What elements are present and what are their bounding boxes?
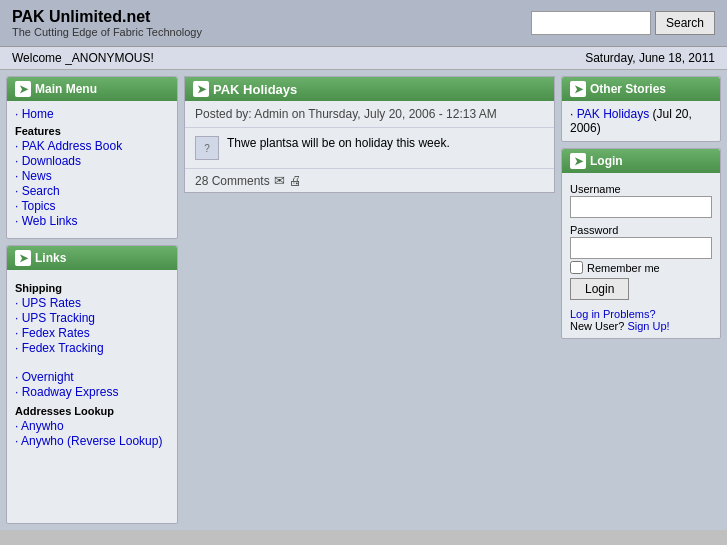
remember-label: Remember me [587, 262, 660, 274]
main-menu-title: Main Menu [35, 82, 97, 96]
article-body: ? Thwe plantsa will be on holiday this w… [185, 128, 554, 168]
date-text: Saturday, June 18, 2011 [585, 51, 715, 65]
left-sidebar: ➤ Main Menu Home Features PAK Address Bo… [6, 76, 178, 524]
main-menu-body: Home Features PAK Address Book Downloads… [7, 101, 177, 238]
remember-checkbox[interactable] [570, 261, 583, 274]
login-header: ➤ Login [562, 149, 720, 173]
login-title: Login [590, 154, 623, 168]
login-links: Log in Problems? New User? Sign Up! [570, 308, 712, 332]
nav-anywho[interactable]: Anywho [15, 419, 169, 433]
menu-arrow-icon: ➤ [15, 81, 31, 97]
nav-topics[interactable]: Topics [15, 199, 169, 213]
login-button[interactable]: Login [570, 278, 629, 300]
links-panel: ➤ Links Shipping UPS Rates UPS Tracking … [6, 245, 178, 524]
other-stories-header: ➤ Other Stories [562, 77, 720, 101]
links-arrow-icon: ➤ [15, 250, 31, 266]
article-image: ? [195, 136, 219, 160]
login-panel: ➤ Login Username Password Remember me Lo… [561, 148, 721, 339]
other-story-bullet: · [570, 107, 577, 121]
password-label: Password [570, 224, 712, 236]
main-menu-header: ➤ Main Menu [7, 77, 177, 101]
nav-downloads[interactable]: Downloads [15, 154, 169, 168]
article-meta: Posted by: Admin on Thursday, July 20, 2… [185, 101, 554, 128]
other-stories-title: Other Stories [590, 82, 666, 96]
article-footer: 28 Comments ✉ 🖨 [185, 168, 554, 192]
site-tagline: The Cutting Edge of Fabric Technology [12, 26, 202, 38]
login-arrow-icon: ➤ [570, 153, 586, 169]
nav-web-links[interactable]: Web Links [15, 214, 169, 228]
article-arrow-icon: ➤ [193, 81, 209, 97]
login-body: Username Password Remember me Login Log … [562, 173, 720, 338]
main-layout: ➤ Main Menu Home Features PAK Address Bo… [0, 70, 727, 530]
right-sidebar: ➤ Other Stories · PAK Holidays (Jul 20, … [561, 76, 721, 524]
nav-ups-rates[interactable]: UPS Rates [15, 296, 169, 310]
nav-fedex-rates[interactable]: Fedex Rates [15, 326, 169, 340]
password-input[interactable] [570, 237, 712, 259]
nav-roadway-express[interactable]: Roadway Express [15, 385, 169, 399]
username-input[interactable] [570, 196, 712, 218]
nav-fedex-tracking[interactable]: Fedex Tracking [15, 341, 169, 355]
username-label: Username [570, 183, 712, 195]
features-section: Features PAK Address Book Downloads News… [15, 125, 169, 228]
links-header: ➤ Links [7, 246, 177, 270]
links-body: Shipping UPS Rates UPS Tracking Fedex Ra… [7, 270, 177, 455]
article-title-link[interactable]: PAK Holidays [213, 82, 297, 97]
nav-home[interactable]: Home [15, 107, 169, 121]
comments-label: 28 Comments [195, 174, 270, 188]
features-title: Features [15, 125, 169, 137]
login-problems-link[interactable]: Log in Problems? [570, 308, 656, 320]
nav-pak-address-book[interactable]: PAK Address Book [15, 139, 169, 153]
nav-news[interactable]: News [15, 169, 169, 183]
nav-ups-tracking[interactable]: UPS Tracking [15, 311, 169, 325]
remember-row: Remember me [570, 261, 712, 274]
nav-anywho-reverse[interactable]: Anywho (Reverse Lookup) [15, 434, 169, 448]
main-menu-panel: ➤ Main Menu Home Features PAK Address Bo… [6, 76, 178, 239]
article-text: Thwe plantsa will be on holiday this wee… [227, 136, 450, 150]
other-story-link[interactable]: PAK Holidays [577, 107, 649, 121]
welcome-bar: Welcome _ANONYMOUS! Saturday, June 18, 2… [0, 47, 727, 70]
search-button[interactable]: Search [655, 11, 715, 35]
welcome-text: Welcome _ANONYMOUS! [12, 51, 154, 65]
print-icon: 🖨 [289, 173, 302, 188]
site-title: PAK Unlimited.net [12, 8, 202, 26]
new-user-label: New User? [570, 320, 624, 332]
header-branding: PAK Unlimited.net The Cutting Edge of Fa… [12, 8, 202, 38]
center-content: ➤ PAK Holidays Posted by: Admin on Thurs… [178, 76, 561, 524]
email-icon: ✉ [274, 173, 285, 188]
article-panel: ➤ PAK Holidays Posted by: Admin on Thurs… [184, 76, 555, 193]
other-stories-panel: ➤ Other Stories · PAK Holidays (Jul 20, … [561, 76, 721, 142]
home-section: Home [15, 107, 169, 121]
signup-link[interactable]: Sign Up! [627, 320, 669, 332]
header: PAK Unlimited.net The Cutting Edge of Fa… [0, 0, 727, 47]
search-input[interactable] [531, 11, 651, 35]
links-title: Links [35, 251, 66, 265]
other-stories-arrow-icon: ➤ [570, 81, 586, 97]
other-stories-body: · PAK Holidays (Jul 20, 2006) [562, 101, 720, 141]
article-header: ➤ PAK Holidays [185, 77, 554, 101]
nav-search[interactable]: Search [15, 184, 169, 198]
addresses-title: Addresses Lookup [15, 405, 169, 417]
header-search: Search [531, 11, 715, 35]
nav-overnight[interactable]: Overnight [15, 370, 169, 384]
shipping-title: Shipping [15, 282, 169, 294]
